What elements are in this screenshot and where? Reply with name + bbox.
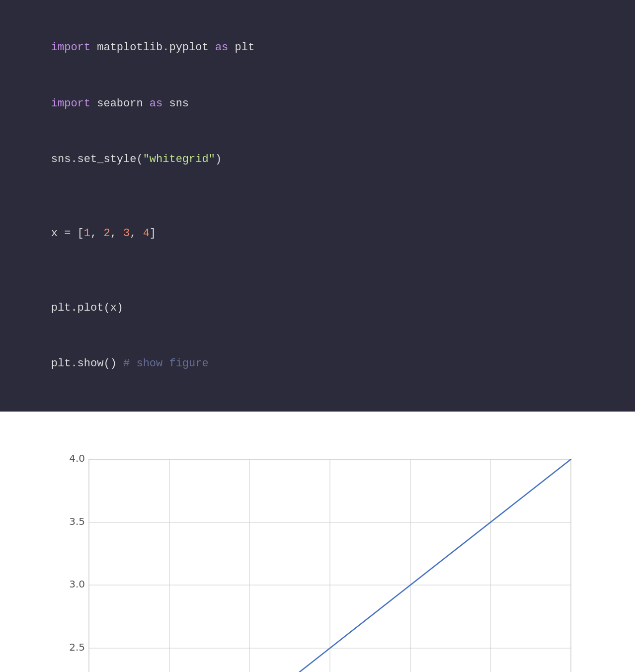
chart-area: 1.0 1.5 2.0 2.5 3.0 3.5 4.0 0.0 0.5 1.0 … [0, 412, 635, 672]
code-line-7: plt.plot(x) [25, 280, 610, 336]
plt-show: plt.show() [51, 357, 117, 370]
show-comment: # show figure [117, 357, 209, 370]
keyword-import-1: import [51, 41, 90, 54]
keyword-as-1: as [215, 41, 228, 54]
num-2: 2 [103, 227, 110, 240]
comma-3: , [130, 227, 143, 240]
var-x: x [51, 227, 58, 240]
code-line-5: x = [1, 2, 3, 4] [25, 206, 610, 261]
code-text-1: matplotlib.pyplot [90, 41, 215, 54]
code-line-4 [25, 187, 610, 206]
num-1: 1 [84, 227, 90, 240]
code-line-3: sns.set_style("whitegrid") [25, 131, 610, 187]
comma-1: , [90, 227, 103, 240]
code-text-2: seaborn [90, 97, 150, 110]
code-line-8: plt.show() # show figure [25, 336, 610, 392]
set-style-fn: sns.set_style( [51, 153, 143, 166]
num-3: 3 [123, 227, 130, 240]
chart-svg: 1.0 1.5 2.0 2.5 3.0 3.5 4.0 0.0 0.5 1.0 … [44, 444, 591, 672]
keyword-import-2: import [51, 97, 90, 110]
svg-text:2.5: 2.5 [69, 641, 85, 653]
code-line-6 [25, 261, 610, 280]
keyword-as-2: as [150, 97, 162, 110]
code-line-2: import seaborn as sns [25, 76, 610, 131]
code-line-1: import matplotlib.pyplot as plt [25, 20, 610, 76]
comma-2: , [110, 227, 123, 240]
svg-rect-0 [44, 444, 591, 672]
svg-text:3.5: 3.5 [69, 515, 85, 527]
plt-plot: plt.plot(x) [51, 302, 123, 314]
whitegrid-str: "whitegrid" [143, 153, 215, 166]
alias-plt: plt [228, 41, 254, 54]
num-4: 4 [143, 227, 150, 240]
code-block: import matplotlib.pyplot as plt import s… [0, 0, 635, 412]
eq-bracket: = [ [58, 227, 84, 240]
alias-sns: sns [162, 97, 189, 110]
close-bracket: ] [150, 227, 156, 240]
svg-text:4.0: 4.0 [69, 452, 85, 464]
chart-container: 1.0 1.5 2.0 2.5 3.0 3.5 4.0 0.0 0.5 1.0 … [44, 444, 591, 672]
set-style-end: ) [215, 153, 222, 166]
svg-text:3.0: 3.0 [69, 578, 85, 590]
